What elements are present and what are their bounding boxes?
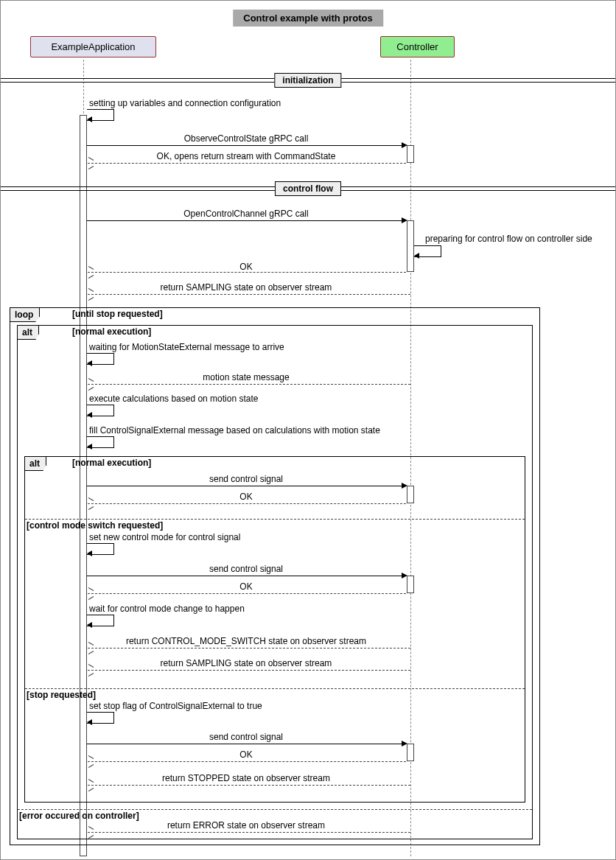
sequence-diagram: Control example with protos ExampleAppli… (0, 0, 616, 860)
msg-set-stop: set stop flag of ControlSignalExternal t… (89, 701, 262, 711)
participant-controller: Controller (380, 36, 455, 57)
arrow-m16 (88, 590, 94, 596)
alt1b-cond: [error occured on controller] (19, 811, 139, 821)
msg-open-ok: OK (88, 262, 405, 272)
activation-ctrl-1 (407, 145, 414, 163)
arrow-m6 (88, 269, 94, 275)
divider-init: initialization (1, 78, 615, 83)
line-m22 (88, 761, 406, 762)
act-ctrl-send3 (407, 744, 414, 761)
line-m2 (87, 145, 405, 146)
selfcall-wait-arrow (87, 360, 92, 366)
msg-fill-signal: fill ControlSignalExternal message based… (89, 425, 380, 436)
selfcall-ctrl-arrow (414, 253, 419, 259)
line-m12 (87, 486, 405, 486)
arrow-m24 (88, 829, 94, 835)
loop-tag: loop (10, 307, 40, 322)
arrow-m18 (88, 645, 94, 651)
alt1-divider (18, 809, 532, 810)
msg-open-channel: OpenControlChannel gRPC call (88, 209, 405, 219)
divider-flow-label: control flow (275, 181, 341, 196)
msg-send1: send control signal (88, 474, 405, 484)
line-m16 (88, 593, 406, 594)
line-m23 (88, 785, 410, 786)
line-m18 (88, 648, 410, 649)
msg-wait-mode: wait for control mode change to happen (89, 604, 245, 614)
msg-ok1: OK (88, 492, 405, 502)
msg-setup-vars: setting up variables and connection conf… (89, 98, 281, 108)
selfcall-fill-arrow (87, 444, 92, 450)
alt2-cond: [normal execution] (72, 458, 151, 468)
msg-send2: send control signal (88, 564, 405, 574)
msg-error: return ERROR state on observer stream (88, 820, 405, 831)
selfcall-stop-arrow (87, 719, 92, 725)
arrow-m23 (88, 782, 94, 788)
line-m15 (87, 576, 405, 576)
arrow-m19 (88, 667, 94, 673)
line-m4 (87, 220, 405, 221)
activation-ctrl-2 (407, 220, 414, 272)
line-m19 (88, 670, 410, 671)
arrow-m9 (88, 381, 94, 387)
alt2-div1 (25, 519, 525, 520)
selfcall-setup-arrow (87, 116, 92, 122)
line-m3 (88, 163, 406, 164)
arrow-m3 (88, 160, 94, 166)
selfcall-waitmode-arrow (87, 622, 92, 628)
arrow-m7 (88, 291, 94, 297)
msg-observe-reply: OK, opens return stream with CommandStat… (88, 151, 405, 161)
act-ctrl-send1 (407, 486, 414, 503)
msg-observe-call: ObserveControlState gRPC call (88, 133, 405, 144)
line-m7 (88, 294, 410, 295)
msg-set-mode: set new control mode for control signal (89, 532, 240, 542)
msg-calc: execute calculations based on motion sta… (89, 394, 258, 404)
msg-prepare-ctrl: preparing for control flow on controller… (425, 234, 592, 244)
diagram-title: Control example with protos (233, 10, 383, 27)
msg-sampling1: return SAMPLING state on observer stream (88, 282, 405, 293)
line-m24 (88, 832, 410, 833)
alt2c-cond: [stop requested] (27, 690, 96, 700)
arrow-m22 (88, 758, 94, 764)
loop-cond: [until stop requested] (72, 309, 163, 319)
line-m21 (87, 744, 405, 744)
selfcall-setmode-arrow (87, 550, 92, 556)
alt2-tag: alt (24, 456, 46, 471)
participant-app: ExampleApplication (30, 36, 156, 57)
msg-send3: send control signal (88, 732, 405, 742)
msg-motion-state: motion state message (88, 372, 405, 382)
msg-stopped: return STOPPED state on observer stream (88, 773, 405, 783)
msg-wait-motion: waiting for MotionStateExternal message … (89, 342, 284, 352)
act-ctrl-send2 (407, 576, 414, 593)
alt2b-cond: [control mode switch requested] (27, 520, 163, 531)
selfcall-calc-arrow (87, 412, 92, 418)
divider-flow: control flow (1, 186, 615, 191)
msg-mode-switch: return CONTROL_MODE_SWITCH state on obse… (88, 636, 405, 646)
msg-sampling2: return SAMPLING state on observer stream (88, 658, 405, 668)
line-m13 (88, 503, 406, 504)
alt1-tag: alt (17, 325, 39, 340)
msg-ok2: OK (88, 581, 405, 592)
line-m6 (88, 272, 406, 273)
alt1-cond: [normal execution] (72, 326, 151, 337)
arrow-m13 (88, 500, 94, 506)
alt2-div2 (25, 688, 525, 689)
msg-ok3: OK (88, 749, 405, 760)
divider-init-label: initialization (274, 73, 341, 88)
line-m9 (88, 384, 410, 385)
